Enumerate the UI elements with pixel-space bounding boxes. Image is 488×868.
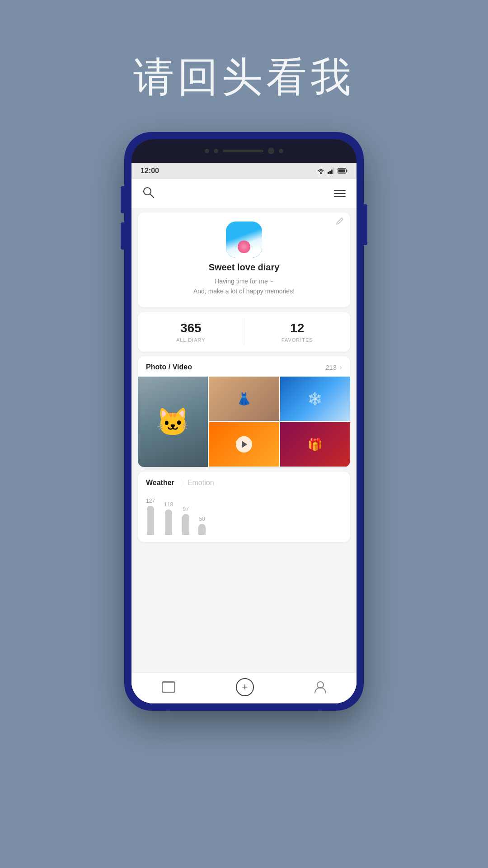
nav-add[interactable]: + xyxy=(236,678,254,696)
bar-118: 118 xyxy=(164,501,173,535)
bar-50: 50 xyxy=(198,516,206,535)
bio-line-2: And, make a lot of happy memories! xyxy=(193,288,295,295)
favorites-label: FAVORITES xyxy=(282,337,313,343)
svg-rect-4 xyxy=(329,171,331,174)
diary-label: ALL DIARY xyxy=(176,337,206,343)
avatar-image xyxy=(226,222,262,258)
bio-line-1: Having time for me ~ xyxy=(215,278,273,285)
add-icon: + xyxy=(236,678,254,696)
avatar-container xyxy=(226,222,262,258)
phone-screen: 12:00 xyxy=(131,163,357,703)
menu-line-1 xyxy=(334,190,346,191)
front-camera xyxy=(268,148,274,154)
camera-area xyxy=(205,148,283,154)
app-header xyxy=(131,179,357,208)
stat-diary[interactable]: 365 ALL DIARY xyxy=(138,312,244,352)
signal-icon xyxy=(328,168,335,174)
menu-line-3 xyxy=(334,196,346,197)
profile-bio: Having time for me ~ And, make a lot of … xyxy=(193,276,295,297)
side-button-volume-up xyxy=(121,186,124,213)
search-button[interactable] xyxy=(142,186,154,201)
speaker xyxy=(223,150,263,152)
photo-winter[interactable]: ❄️ xyxy=(280,377,350,421)
photo-title: Photo / Video xyxy=(146,363,192,371)
wifi-icon xyxy=(317,168,325,174)
video-play-button[interactable] xyxy=(236,436,252,453)
status-time: 12:00 xyxy=(141,167,159,175)
bar-97: 97 xyxy=(182,506,189,535)
phone-frame: 12:00 xyxy=(124,132,364,711)
menu-line-2 xyxy=(334,193,346,194)
side-button-volume-down xyxy=(121,222,124,250)
photo-section: Photo / Video 213 › 🐱 👗 xyxy=(138,356,350,467)
tab-divider xyxy=(181,479,181,487)
nav-profile[interactable] xyxy=(314,681,326,693)
phone-top-bar xyxy=(131,139,357,163)
camera-dot-2 xyxy=(214,149,218,153)
favorites-count: 12 xyxy=(290,321,304,335)
photo-count: 213 xyxy=(325,363,337,371)
status-bar: 12:00 xyxy=(131,163,357,179)
svg-point-2 xyxy=(320,172,322,174)
svg-rect-8 xyxy=(347,170,347,172)
weather-chart: 127 118 97 50 xyxy=(146,494,342,535)
emotion-tab[interactable]: Emotion xyxy=(188,479,214,487)
weather-tab[interactable]: Weather xyxy=(146,479,174,487)
stat-favorites[interactable]: 12 FAVORITES xyxy=(244,312,351,352)
background-title: 请回头看我 xyxy=(133,50,355,105)
person-icon xyxy=(314,681,326,693)
photo-cat[interactable]: 🐱 xyxy=(138,377,208,467)
bar-label-127: 127 xyxy=(146,498,155,504)
photo-grid: 🐱 👗 ❄️ xyxy=(138,377,350,467)
photo-sunset-video[interactable] xyxy=(209,422,279,467)
weather-emotion-section: Weather Emotion 127 118 xyxy=(138,472,350,542)
side-button-power xyxy=(364,204,367,245)
bottom-nav: + xyxy=(131,672,357,703)
bar-127: 127 xyxy=(146,498,155,535)
svg-point-12 xyxy=(317,682,324,688)
phone-inner: 12:00 xyxy=(131,139,357,703)
chevron-right-icon: › xyxy=(339,363,342,372)
svg-rect-6 xyxy=(333,168,334,174)
play-triangle-icon xyxy=(242,441,247,448)
app-content: Sweet love diary Having time for me ~ An… xyxy=(131,179,357,703)
bar-label-97: 97 xyxy=(183,506,188,512)
battery-icon xyxy=(338,168,347,174)
bar-fill-127 xyxy=(147,506,154,535)
camera-dot-3 xyxy=(279,149,283,153)
menu-button[interactable] xyxy=(334,190,346,197)
avatar xyxy=(226,222,262,258)
edit-button[interactable] xyxy=(336,217,344,227)
bar-label-50: 50 xyxy=(199,516,205,522)
svg-rect-5 xyxy=(331,170,333,174)
photo-clothes[interactable]: 👗 xyxy=(209,377,279,421)
svg-rect-3 xyxy=(328,172,329,174)
we-tabs: Weather Emotion xyxy=(146,479,342,487)
stats-card: 365 ALL DIARY 12 FAVORITES xyxy=(138,312,350,352)
bar-label-118: 118 xyxy=(164,501,173,508)
camera-sensor xyxy=(205,149,209,153)
status-icons xyxy=(317,168,347,174)
bar-fill-50 xyxy=(198,524,206,535)
photo-christmas[interactable]: 🎁 xyxy=(280,422,350,467)
photo-header: Photo / Video 213 › xyxy=(138,356,350,377)
profile-name: Sweet love diary xyxy=(209,262,280,273)
diary-count: 365 xyxy=(180,321,202,335)
svg-rect-9 xyxy=(338,170,345,173)
profile-card: Sweet love diary Having time for me ~ An… xyxy=(138,212,350,307)
spacer xyxy=(131,547,357,672)
nav-diary[interactable] xyxy=(162,681,175,693)
bar-fill-97 xyxy=(182,514,189,535)
diary-icon xyxy=(162,681,175,693)
photo-count-area[interactable]: 213 › xyxy=(325,363,342,372)
bar-fill-118 xyxy=(165,509,172,535)
svg-line-11 xyxy=(150,194,154,198)
